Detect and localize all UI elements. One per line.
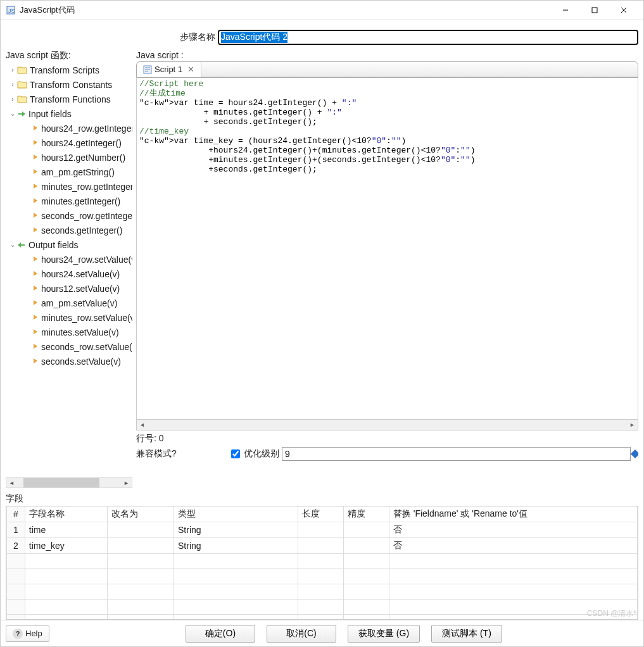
svg-text:JS: JS xyxy=(8,8,15,14)
field-icon xyxy=(32,327,39,337)
step-name-row: 步骤名称 xyxy=(6,30,638,45)
tree-input-fields[interactable]: ⌄Input fields xyxy=(6,106,132,121)
tab-container: Script 1 ✕ xyxy=(136,61,638,78)
field-icon xyxy=(32,153,39,162)
tree-input-item[interactable]: minutes.getInteger() xyxy=(6,194,132,208)
tree-hscrollbar[interactable]: ◄ ► xyxy=(6,477,132,488)
app-icon: JS xyxy=(6,5,16,15)
grid-header[interactable]: 长度 xyxy=(298,506,344,522)
folder-icon xyxy=(17,95,27,103)
close-button[interactable] xyxy=(609,1,638,20)
field-icon xyxy=(32,196,39,206)
ed-scroll-right-icon[interactable]: ► xyxy=(627,420,638,430)
grid-header[interactable]: 精度 xyxy=(343,506,389,522)
table-row[interactable] xyxy=(7,569,638,584)
grid-header[interactable]: # xyxy=(7,506,25,522)
tree-output-item[interactable]: minutes.setValue(v) xyxy=(6,325,132,339)
tree-output-item[interactable]: hours24_row.setValue(v) xyxy=(6,252,132,267)
minimize-button[interactable] xyxy=(551,1,580,20)
fields-grid[interactable]: #字段名称改名为类型长度精度替换 'Fieldname' 或 'Rename t… xyxy=(6,506,638,620)
tree-output-item[interactable]: hours24.setValue(v) xyxy=(6,267,132,281)
tree-input-item[interactable]: am_pm.getString() xyxy=(6,165,132,179)
tree-output-item[interactable]: am_pm.setValue(v) xyxy=(6,296,132,310)
script-pane: Java script : Script 1 ✕ //Script here / xyxy=(136,50,638,488)
maximize-button[interactable] xyxy=(580,1,609,20)
ed-scroll-left-icon[interactable]: ◄ xyxy=(137,420,148,430)
compat-row: 兼容模式? 优化级别 xyxy=(136,447,638,461)
table-row[interactable] xyxy=(7,615,638,620)
scroll-thumb[interactable] xyxy=(23,478,99,487)
folder-icon xyxy=(17,66,27,74)
tree-folder[interactable]: ›Transform Scripts xyxy=(6,63,132,77)
footer: ? Help 确定(O) 取消(C) 获取变量 (G) 测试脚本 (T) xyxy=(1,620,643,646)
table-row[interactable]: 2time_keyString否 xyxy=(7,538,638,554)
tree-input-item[interactable]: hours24.getInteger() xyxy=(6,135,132,150)
field-icon xyxy=(32,298,39,308)
field-icon xyxy=(32,123,39,133)
code-editor[interactable]: //Script here //生成time "c-kw">var time =… xyxy=(136,78,638,420)
fields-label: 字段 xyxy=(6,493,638,505)
svg-rect-3 xyxy=(592,8,597,13)
tree-folder[interactable]: ›Transform Constants xyxy=(6,77,132,92)
output-icon xyxy=(17,241,26,249)
field-icon xyxy=(32,254,39,264)
functions-pane: Java script 函数: ›Transform Scripts›Trans… xyxy=(6,50,132,488)
functions-label: Java script 函数: xyxy=(6,50,132,61)
table-row[interactable] xyxy=(7,600,638,615)
script-label: Java script : xyxy=(136,50,638,60)
field-icon xyxy=(32,342,39,351)
field-icon xyxy=(32,284,39,293)
ok-button[interactable]: 确定(O) xyxy=(186,625,255,643)
tab-script-1[interactable]: Script 1 ✕ xyxy=(137,62,201,77)
scroll-left-icon[interactable]: ◄ xyxy=(6,477,17,488)
tab-bar: Script 1 ✕ xyxy=(137,62,638,77)
get-variables-button[interactable]: 获取变量 (G) xyxy=(348,625,420,643)
tree-output-fields[interactable]: ⌄Output fields xyxy=(6,237,132,252)
compat-label: 兼容模式? xyxy=(136,448,231,460)
field-icon xyxy=(32,269,39,279)
cancel-button[interactable]: 取消(C) xyxy=(267,625,336,643)
field-icon xyxy=(32,225,39,235)
tree-output-item[interactable]: seconds.setValue(v) xyxy=(6,354,132,368)
titlebar: JS JavaScript代码 xyxy=(1,1,643,20)
window-title: JavaScript代码 xyxy=(20,4,551,16)
compat-checkbox[interactable] xyxy=(231,449,240,458)
editor-hscrollbar[interactable]: ◄ ► xyxy=(136,420,638,430)
step-name-label: 步骤名称 xyxy=(180,32,215,43)
tree-input-item[interactable]: seconds_row.getInteger() xyxy=(6,208,132,223)
mid-split: Java script 函数: ›Transform Scripts›Trans… xyxy=(6,50,638,488)
tree-input-item[interactable]: seconds.getInteger() xyxy=(6,223,132,237)
optlevel-diamond-icon[interactable] xyxy=(631,449,638,458)
field-icon xyxy=(32,138,39,148)
optlevel-label: 优化级别 xyxy=(244,448,279,460)
grid-header[interactable]: 类型 xyxy=(174,506,298,522)
tree-input-item[interactable]: hours24_row.getInteger() xyxy=(6,121,132,135)
table-row[interactable] xyxy=(7,584,638,600)
folder-icon xyxy=(17,80,27,89)
optlevel-input[interactable] xyxy=(282,447,631,461)
field-icon xyxy=(32,211,39,220)
table-row[interactable] xyxy=(7,554,638,569)
scroll-right-icon[interactable]: ► xyxy=(121,477,132,488)
tree-output-item[interactable]: hours12.setValue(v) xyxy=(6,281,132,296)
tab-label: Script 1 xyxy=(155,65,182,74)
field-icon xyxy=(32,167,39,177)
grid-header[interactable]: 改名为 xyxy=(108,506,174,522)
step-name-input[interactable] xyxy=(218,30,638,45)
tree-output-item[interactable]: seconds_row.setValue(v) xyxy=(6,339,132,354)
table-row[interactable]: 1timeString否 xyxy=(7,522,638,538)
tree-output-item[interactable]: minutes_row.setValue(v) xyxy=(6,310,132,325)
button-row: 确定(O) 取消(C) 获取变量 (G) 测试脚本 (T) xyxy=(49,625,638,643)
tree-input-item[interactable]: hours12.getNumber() xyxy=(6,150,132,165)
test-script-button[interactable]: 测试脚本 (T) xyxy=(431,625,502,643)
field-icon xyxy=(32,356,39,366)
help-icon: ? xyxy=(13,629,23,639)
grid-header[interactable]: 替换 'Fieldname' 或 'Rename to'值 xyxy=(389,506,637,522)
field-icon xyxy=(32,182,39,191)
grid-header[interactable]: 字段名称 xyxy=(25,506,108,522)
function-tree[interactable]: ›Transform Scripts›Transform Constants›T… xyxy=(6,63,132,477)
tree-input-item[interactable]: minutes_row.getInteger() xyxy=(6,179,132,194)
tree-folder[interactable]: ›Transform Functions xyxy=(6,92,132,106)
tab-close-icon[interactable]: ✕ xyxy=(187,65,194,74)
help-button[interactable]: ? Help xyxy=(6,625,49,642)
